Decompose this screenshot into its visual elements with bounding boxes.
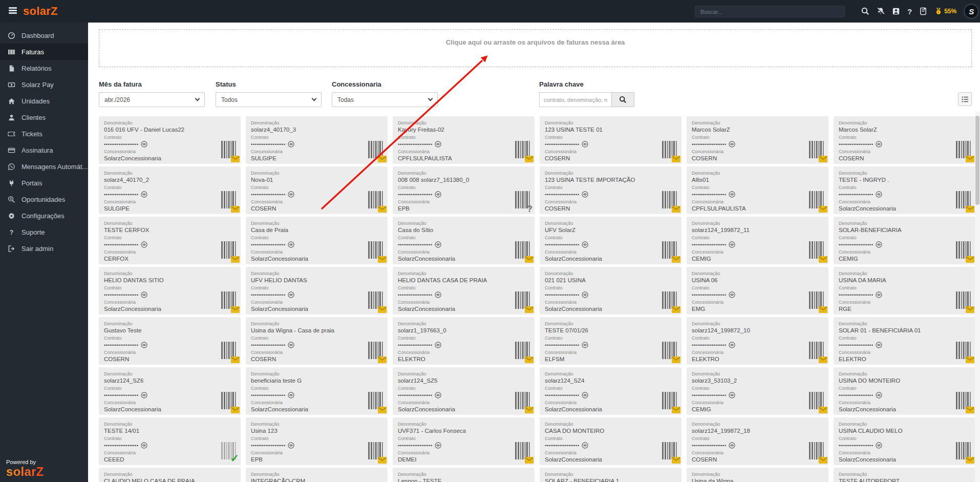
- search-icon[interactable]: [861, 7, 869, 15]
- invoice-card[interactable]: Denominação solarz124_199872_11 Contrato…: [687, 217, 828, 264]
- invoice-card[interactable]: Denominação Marcos SolarZ Contrato •••••…: [687, 116, 828, 164]
- eye-icon[interactable]: [288, 342, 294, 348]
- eye-icon[interactable]: [288, 442, 294, 449]
- help-icon[interactable]: ?: [907, 7, 912, 16]
- sidebar-item-dashboard[interactable]: Dashboard: [0, 27, 88, 44]
- sidebar-item-assinatura[interactable]: Assinatura: [0, 142, 88, 158]
- invoice-card[interactable]: Denominação Usina da Wigna - Casa de pra…: [246, 317, 388, 365]
- eye-icon[interactable]: [141, 191, 147, 198]
- sidebar-item-unidades[interactable]: Unidades: [0, 93, 88, 109]
- sidebar-item-faturas[interactable]: Faturas: [0, 44, 88, 60]
- invoice-card[interactable]: Denominação solarz4_40170_3 Contrato •••…: [246, 116, 388, 164]
- eye-icon[interactable]: [582, 291, 588, 298]
- invoice-card[interactable]: Denominação CLAUDIO MELO CASA DE PRAIA C…: [99, 468, 241, 482]
- eye-icon[interactable]: [288, 141, 294, 148]
- eye-icon[interactable]: [141, 342, 147, 348]
- eye-icon[interactable]: [876, 442, 882, 449]
- eye-icon[interactable]: [141, 291, 147, 298]
- invoice-card[interactable]: Denominação HELIO DANTAS SITIO Contrato …: [99, 267, 241, 315]
- invoice-card[interactable]: Denominação Casa de Praia Contrato •••••…: [246, 217, 388, 264]
- invoice-card[interactable]: Denominação 021 021 USINA Contrato •••••…: [540, 267, 681, 315]
- invoice-card[interactable]: Denominação Gustavo Teste Contrato •••••…: [99, 317, 241, 365]
- invoice-card[interactable]: Denominação solarz124_SZ5 Contrato •••••…: [393, 367, 535, 415]
- eye-icon[interactable]: [141, 442, 147, 449]
- invoice-card[interactable]: Denominação SOLARZ - BENEFICIARIA 1 Cont…: [540, 468, 681, 482]
- eye-icon[interactable]: [582, 141, 588, 148]
- eye-icon[interactable]: [729, 291, 735, 298]
- invoice-card[interactable]: Denominação TESTE - INGRYD . Contrato ••…: [834, 166, 975, 214]
- eye-icon[interactable]: [582, 191, 588, 198]
- eye-icon[interactable]: [435, 241, 441, 248]
- invoice-card[interactable]: Denominação Casa do Sítio Contrato •••••…: [393, 217, 535, 264]
- invoice-card[interactable]: Denominação Kayury Freitas-02 Contrato •…: [393, 116, 535, 164]
- eye-icon[interactable]: [876, 191, 882, 198]
- sidebar-item-portais[interactable]: Portais: [0, 175, 88, 191]
- invoice-card[interactable]: Denominação Usina 123 Contrato •••••••••…: [246, 417, 388, 465]
- sidebar-item-mensagens-automat[interactable]: Mensagens Automát...: [0, 158, 88, 175]
- invoice-card[interactable]: Denominação Usina da Wigna Contrato ••••…: [687, 468, 828, 482]
- invoice-card[interactable]: Denominação TESTE 07/01/26 Contrato ••••…: [540, 317, 681, 365]
- invoice-card[interactable]: Denominação SOLAR-BENEFICIARIA Contrato …: [834, 217, 975, 264]
- eye-icon[interactable]: [435, 191, 441, 198]
- invoice-card[interactable]: Denominação USINA CLAUDIO MELO Contrato …: [834, 417, 975, 465]
- invoice-card[interactable]: Denominação USINA 06 Contrato ••••••••••…: [687, 267, 828, 315]
- invoice-card[interactable]: Denominação solarz1_197663_0 Contrato ••…: [393, 317, 535, 365]
- invoice-card[interactable]: Denominação USINA DA MARIA Contrato ••••…: [834, 267, 975, 315]
- scrollbar-thumb[interactable]: [975, 116, 979, 205]
- eye-icon[interactable]: [876, 291, 882, 298]
- invoice-card[interactable]: Denominação Lennon - TESTE Contrato ••••…: [393, 468, 535, 482]
- avatar[interactable]: S: [964, 4, 979, 19]
- invoice-card[interactable]: Denominação CASA DO MONTEIRO Contrato ••…: [540, 417, 681, 465]
- sidebar-item-tickets[interactable]: Tickets: [0, 125, 88, 142]
- eye-icon[interactable]: [582, 342, 588, 348]
- eye-icon[interactable]: [582, 392, 588, 399]
- invoice-card[interactable]: Denominação UVF371 - Carlos Fonseca Cont…: [393, 417, 535, 465]
- invoice-card[interactable]: Denominação Nova-01 Contrato •••••••••••…: [246, 166, 388, 214]
- invoice-card[interactable]: Denominação 016 016 UFV - Daniel Lucas22…: [99, 116, 241, 164]
- keyword-search-button[interactable]: [611, 92, 634, 107]
- invoice-card[interactable]: Denominação INTEGRAÇÃO-CRM Contrato ••••…: [246, 468, 388, 482]
- invoice-card[interactable]: Denominação solarz3_53103_2 Contrato •••…: [687, 367, 828, 415]
- eye-icon[interactable]: [435, 392, 441, 399]
- invoice-card[interactable]: Denominação 008 008 solarz7_161380_0 Con…: [393, 166, 535, 214]
- filter-month-select[interactable]: abr./2026: [99, 92, 205, 107]
- sidebar-item-relatorios[interactable]: Relatórios: [0, 60, 88, 76]
- keyword-input[interactable]: [539, 92, 611, 107]
- eye-icon[interactable]: [288, 392, 294, 399]
- invoice-card[interactable]: Denominação solarz124_199872_18 Contrato…: [687, 417, 828, 465]
- gamification-progress[interactable]: 55%: [934, 7, 956, 15]
- eye-icon[interactable]: [876, 392, 882, 399]
- eye-icon[interactable]: [288, 191, 294, 198]
- sidebar-item-clientes[interactable]: Clientes: [0, 109, 88, 125]
- invoice-card[interactable]: Denominação SOLAR 01 - BENEFICIÁRIA 01 C…: [834, 317, 975, 365]
- invoice-card[interactable]: Denominação HELIO DANTAS CASA DE PRAIA C…: [393, 267, 535, 315]
- sidebar-item-configuracoes[interactable]: Configurações: [0, 207, 88, 224]
- invoice-card[interactable]: Denominação UFV HELIO DANTAS Contrato ••…: [246, 267, 388, 315]
- invoice-card[interactable]: Denominação beneficiaria teste G Contrat…: [246, 367, 388, 415]
- invoice-dropzone[interactable]: Clique aqui ou arraste os arquivos de fa…: [99, 29, 972, 67]
- menu-toggle-icon[interactable]: [9, 7, 17, 14]
- eye-icon[interactable]: [876, 141, 882, 148]
- invoice-card[interactable]: Denominação Marcos SolarZ Contrato •••••…: [834, 116, 975, 164]
- account-icon[interactable]: [892, 7, 900, 15]
- global-search-input[interactable]: [695, 6, 845, 17]
- invoice-card[interactable]: Denominação Allis01 Contrato •••••••••••…: [687, 166, 828, 214]
- list-view-toggle[interactable]: [958, 92, 972, 106]
- eye-icon[interactable]: [876, 342, 882, 348]
- eye-icon[interactable]: [435, 342, 441, 348]
- invoice-card[interactable]: Denominação TESTE 14/01 Contrato •••••••…: [99, 417, 241, 465]
- invoice-card[interactable]: Denominação 123 USINA TESTE IMPORTAÇÃO C…: [540, 166, 681, 214]
- invoice-card[interactable]: Denominação TESTE AUTOREPORT Contrato ••…: [834, 468, 975, 482]
- notifications-off-icon[interactable]: [877, 7, 885, 15]
- sidebar-item-suporte[interactable]: ? Suporte: [0, 224, 88, 240]
- invoice-card[interactable]: Denominação solarz124_SZ6 Contrato •••••…: [99, 367, 241, 415]
- invoice-card[interactable]: Denominação TESTE CERFOX Contrato ••••••…: [99, 217, 241, 264]
- eye-icon[interactable]: [729, 342, 735, 348]
- sidebar-item-sair-admin[interactable]: Sair admin: [0, 240, 88, 257]
- eye-icon[interactable]: [141, 392, 147, 399]
- journal-icon[interactable]: [919, 7, 927, 15]
- invoice-card[interactable]: Denominação solarz124_SZ4 Contrato •••••…: [540, 367, 681, 415]
- eye-icon[interactable]: [729, 141, 735, 148]
- eye-icon[interactable]: [435, 442, 441, 449]
- eye-icon[interactable]: [582, 241, 588, 248]
